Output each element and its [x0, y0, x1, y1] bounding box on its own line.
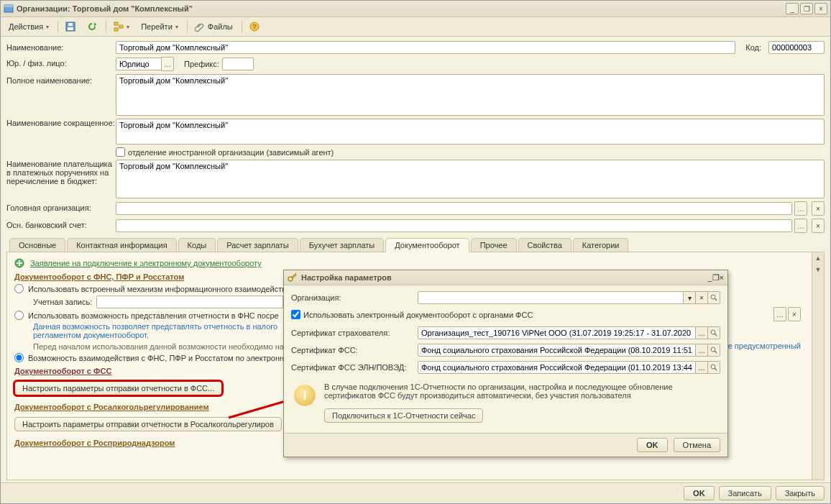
head-org-select-button[interactable]: …	[794, 201, 807, 216]
window-minimize-button[interactable]: _	[786, 3, 799, 14]
cert-insurer-select-button[interactable]: …	[696, 326, 708, 339]
dialog-org-field[interactable]	[418, 291, 684, 304]
tab-свойства[interactable]: Свойства	[518, 238, 571, 252]
app-icon	[4, 4, 14, 14]
bank-select-button[interactable]: …	[794, 219, 807, 233]
cert-fss-eln-select-button[interactable]: …	[696, 361, 708, 374]
close-button[interactable]: Закрыть	[776, 486, 825, 500]
dialog-org-clear-button[interactable]: ×	[696, 291, 708, 304]
foreign-branch-label: отделение иностранной организации (завис…	[128, 148, 334, 157]
account-select-button[interactable]: …	[773, 307, 786, 321]
tab-коды[interactable]: Коды	[178, 238, 216, 252]
toolbar-actions[interactable]: Действия▾	[4, 19, 54, 34]
settings-dialog: Настройка параметров _ ❐ × Организация: …	[283, 270, 728, 457]
toolbar: Действия▾ ▾ Перейти▾ Файлы ?	[1, 17, 830, 37]
toolbar-structure-icon[interactable]: ▾	[109, 19, 134, 34]
toolbar-goto[interactable]: Перейти▾	[136, 19, 183, 34]
ok-button[interactable]: OK	[684, 486, 715, 500]
svg-line-16	[715, 334, 717, 336]
dialog-cancel-button[interactable]: Отмена	[674, 438, 720, 452]
account-clear-button[interactable]: ×	[788, 307, 801, 321]
bank-label: Осн. банковский счет:	[6, 219, 116, 229]
cert-fss-select-button[interactable]: …	[696, 344, 708, 357]
foreign-branch-checkbox[interactable]	[116, 147, 125, 157]
svg-line-20	[715, 368, 717, 370]
code-field[interactable]	[768, 41, 825, 54]
bank-clear-button[interactable]: ×	[812, 219, 825, 233]
cert-fss-eln-search-button[interactable]	[708, 361, 720, 374]
svg-line-14	[715, 298, 717, 301]
svg-rect-7	[119, 25, 123, 28]
fullname-label: Полное наименование:	[6, 74, 116, 85]
bank-field[interactable]	[116, 219, 792, 232]
save-button[interactable]: Записать	[719, 486, 771, 500]
application-link[interactable]: Заявление на подключение к электронному …	[30, 259, 262, 267]
person-field[interactable]	[116, 58, 162, 70]
svg-rect-4	[68, 23, 73, 26]
person-label: Юр. / физ. лицо:	[6, 57, 116, 68]
code-label: Код:	[745, 43, 761, 52]
svg-text:?: ?	[252, 23, 256, 30]
titlebar: Организации: Торговый дом "Комплексный" …	[1, 1, 830, 17]
payer-label: Наименование плательщика в платежных пор…	[6, 160, 116, 185]
cert-fss-field[interactable]	[418, 344, 696, 357]
prefix-field[interactable]	[222, 58, 254, 70]
dialog-ok-button[interactable]: OK	[637, 438, 668, 452]
window-restore-button[interactable]: ❐	[800, 3, 813, 14]
account-field[interactable]	[96, 295, 283, 308]
info-icon: i	[294, 385, 316, 406]
cert-fss-eln-label: Сертификат ФСС ЭЛН/ПОВЭД:	[291, 363, 418, 372]
shortname-label: Наименование сокращенное:	[6, 119, 116, 127]
tab-bar: ОсновныеКонтактная информацияКодыРасчет …	[6, 237, 825, 252]
head-org-field[interactable]	[116, 202, 792, 215]
cert-fss-eln-field[interactable]	[418, 361, 696, 374]
toolbar-save-icon[interactable]	[60, 19, 81, 34]
configure-fss-button[interactable]: Настроить параметры отправки отчетности …	[14, 381, 222, 395]
configure-rar-button[interactable]: Настроить параметры отправки отчетности …	[14, 417, 282, 431]
tab-прочее[interactable]: Прочее	[471, 238, 517, 252]
dialog-title: Настройка параметров	[301, 273, 392, 282]
cert-fss-label: Сертификат ФСС:	[291, 346, 418, 354]
payer-field[interactable]	[116, 160, 825, 198]
cert-insurer-label: Сертификат страхователя:	[291, 329, 418, 337]
window-title: Организации: Торговый дом "Комплексный"	[17, 4, 193, 13]
svg-rect-6	[114, 28, 118, 31]
dialog-org-search-button[interactable]	[708, 291, 720, 304]
toolbar-help-icon[interactable]: ?	[244, 19, 265, 34]
connect-1c-button[interactable]: Подключиться к 1С-Отчетности сейчас	[324, 408, 483, 423]
dialog-org-dropdown-button[interactable]: ▾	[684, 291, 696, 304]
svg-rect-1	[4, 5, 13, 7]
dialog-titlebar: Настройка параметров _ ❐ ×	[284, 270, 727, 285]
account-label: Учетная запись:	[33, 298, 92, 306]
cert-insurer-search-button[interactable]	[708, 326, 720, 339]
dialog-use-edo-checkbox[interactable]: Использовать электронный документооборот…	[291, 310, 533, 319]
tab-документооборот[interactable]: Документооборот	[385, 238, 469, 252]
name-field[interactable]	[116, 41, 735, 54]
truncated-text-peek: не предусмотренный	[724, 342, 801, 350]
svg-rect-5	[114, 22, 118, 25]
tab-бухучет-зарплаты[interactable]: Бухучет зарплаты	[300, 238, 385, 252]
dialog-close-button[interactable]: ×	[720, 273, 724, 282]
name-label: Наименование:	[6, 41, 116, 52]
dialog-info-box: i В случае подключения 1С-Отчетности по …	[291, 378, 720, 427]
toolbar-files[interactable]: Файлы	[190, 19, 238, 34]
window-close-button[interactable]: ×	[814, 3, 827, 14]
cert-insurer-field[interactable]	[418, 326, 696, 339]
shortname-field[interactable]	[116, 119, 825, 145]
dialog-restore-button[interactable]: ❐	[712, 273, 720, 283]
dialog-org-label: Организация:	[291, 293, 418, 302]
tab-основные[interactable]: Основные	[9, 238, 65, 252]
cert-fss-search-button[interactable]	[708, 344, 720, 357]
tab-контактная-информация[interactable]: Контактная информация	[67, 238, 176, 252]
plus-icon	[14, 258, 24, 268]
head-org-clear-button[interactable]: ×	[812, 201, 825, 216]
toolbar-refresh-icon[interactable]	[82, 19, 102, 34]
person-select-button[interactable]: …	[161, 57, 174, 71]
tab-расчет-зарплаты[interactable]: Расчет зарплаты	[217, 238, 298, 252]
fullname-field[interactable]	[116, 74, 825, 116]
svg-line-18	[715, 351, 717, 353]
magnifier-icon	[710, 294, 717, 301]
tab-категории[interactable]: Категории	[573, 238, 629, 252]
prefix-label: Префикс:	[184, 60, 219, 68]
key-icon	[288, 272, 298, 283]
